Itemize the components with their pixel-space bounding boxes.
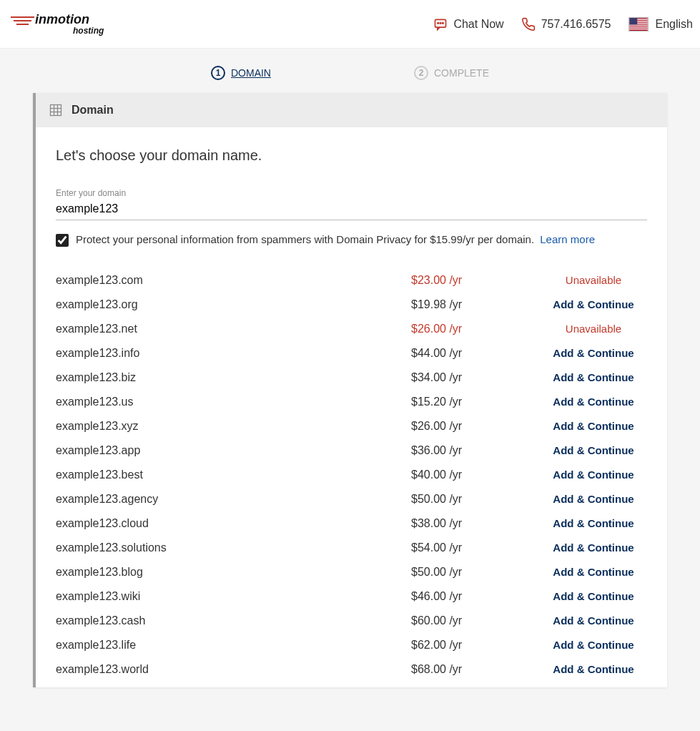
result-domain-name: example123.life (56, 639, 411, 652)
add-continue-button[interactable]: Add & Continue (540, 663, 647, 675)
add-continue-button[interactable]: Add & Continue (540, 444, 647, 456)
svg-point-5 (443, 22, 444, 24)
result-row: example123.org$19.98 /yrAdd & Continue (56, 293, 647, 317)
add-continue-button[interactable]: Add & Continue (540, 517, 647, 529)
privacy-row: Protect your personal information from s… (56, 233, 647, 247)
us-flag-icon (628, 17, 649, 31)
site-header: inmotion hosting Chat Now 757.416.6575 (0, 0, 700, 49)
result-row: example123.blog$50.00 /yrAdd & Continue (56, 560, 647, 584)
result-price: $23.00 /yr (411, 274, 540, 287)
add-continue-button[interactable]: Add & Continue (540, 347, 647, 359)
domain-input-group: Enter your domain (56, 188, 647, 220)
svg-rect-10 (629, 24, 647, 25)
prompt-text: Let's choose your domain name. (56, 147, 647, 164)
privacy-checkbox[interactable] (56, 234, 69, 247)
result-price: $44.00 /yr (411, 347, 540, 360)
result-price: $40.00 /yr (411, 468, 540, 481)
result-domain-name: example123.com (56, 274, 411, 287)
unavailable-status: Unavailable (566, 274, 621, 286)
result-price: $62.00 /yr (411, 639, 540, 652)
result-domain-name: example123.net (56, 323, 411, 335)
add-continue-button[interactable]: Add & Continue (540, 298, 647, 310)
chat-icon (433, 17, 448, 31)
result-price: $50.00 /yr (411, 566, 540, 579)
result-domain-name: example123.cloud (56, 517, 411, 530)
svg-rect-11 (629, 26, 647, 27)
result-row: example123.best$40.00 /yrAdd & Continue (56, 463, 647, 487)
add-continue-button[interactable]: Add & Continue (540, 371, 647, 383)
result-row: example123.cash$60.00 /yrAdd & Continue (56, 609, 647, 633)
svg-text:inmotion: inmotion (35, 12, 89, 26)
svg-rect-14 (51, 105, 61, 116)
add-continue-button[interactable]: Add & Continue (540, 396, 647, 408)
result-domain-name: example123.cash (56, 614, 411, 627)
building-icon (49, 103, 63, 117)
step-label: DOMAIN (231, 67, 271, 79)
language-selector[interactable]: English (628, 17, 693, 31)
result-domain-name: example123.best (56, 468, 411, 481)
add-continue-button[interactable]: Add & Continue (540, 639, 647, 651)
step-number: 1 (211, 66, 225, 80)
header-actions: Chat Now 757.416.6575 English (433, 17, 693, 31)
result-domain-name: example123.blog (56, 566, 411, 579)
result-row: example123.life$62.00 /yrAdd & Continue (56, 633, 647, 657)
svg-point-4 (440, 22, 442, 24)
svg-text:hosting: hosting (73, 26, 104, 36)
step-complete: 2 COMPLETE (414, 66, 489, 80)
result-price: $46.00 /yr (411, 590, 540, 603)
add-continue-button[interactable]: Add & Continue (540, 541, 647, 554)
result-price: $36.00 /yr (411, 444, 540, 457)
inmotion-logo-icon: inmotion hosting (10, 11, 117, 37)
phone-link[interactable]: 757.416.6575 (521, 17, 611, 31)
panel-body: Let's choose your domain name. Enter you… (36, 127, 667, 687)
result-row: example123.xyz$26.00 /yrAdd & Continue (56, 414, 647, 438)
step-domain[interactable]: 1 DOMAIN (211, 66, 271, 80)
result-row: example123.info$44.00 /yrAdd & Continue (56, 341, 647, 366)
domain-input[interactable] (56, 200, 647, 220)
add-continue-button[interactable]: Add & Continue (540, 614, 647, 627)
result-price: $68.00 /yr (411, 663, 540, 676)
result-domain-name: example123.solutions (56, 541, 411, 554)
result-domain-name: example123.wiki (56, 590, 411, 603)
brand-logo[interactable]: inmotion hosting (10, 11, 117, 37)
chat-label: Chat Now (453, 18, 503, 31)
svg-rect-12 (629, 28, 647, 29)
checkout-stepper: 1 DOMAIN 2 COMPLETE (0, 49, 700, 93)
add-continue-button[interactable]: Add & Continue (540, 590, 647, 602)
result-price: $54.00 /yr (411, 541, 540, 554)
domain-panel: Domain Let's choose your domain name. En… (33, 93, 667, 687)
svg-rect-13 (629, 18, 637, 24)
result-price: $26.00 /yr (411, 323, 540, 335)
svg-point-3 (438, 22, 439, 24)
add-continue-button[interactable]: Add & Continue (540, 468, 647, 481)
result-row: example123.world$68.00 /yrAdd & Continue (56, 657, 647, 682)
result-row: example123.wiki$46.00 /yrAdd & Continue (56, 584, 647, 609)
step-label: COMPLETE (434, 67, 489, 79)
result-row: example123.us$15.20 /yrAdd & Continue (56, 390, 647, 414)
result-price: $50.00 /yr (411, 493, 540, 506)
result-domain-name: example123.info (56, 347, 411, 360)
add-continue-button[interactable]: Add & Continue (540, 420, 647, 432)
learn-more-link[interactable]: Learn more (540, 233, 595, 245)
add-continue-button[interactable]: Add & Continue (540, 566, 647, 578)
result-row: example123.agency$50.00 /yrAdd & Continu… (56, 487, 647, 511)
result-price: $38.00 /yr (411, 517, 540, 530)
result-row: example123.cloud$38.00 /yrAdd & Continue (56, 511, 647, 536)
result-row: example123.app$36.00 /yrAdd & Continue (56, 438, 647, 463)
chat-now-link[interactable]: Chat Now (433, 17, 503, 31)
privacy-text-wrap: Protect your personal information from s… (76, 233, 595, 245)
result-row: example123.solutions$54.00 /yrAdd & Cont… (56, 536, 647, 560)
result-domain-name: example123.world (56, 663, 411, 676)
step-number: 2 (414, 66, 428, 80)
result-row: example123.net$26.00 /yrUnavailable (56, 317, 647, 341)
result-domain-name: example123.org (56, 298, 411, 311)
result-price: $15.20 /yr (411, 396, 540, 408)
add-continue-button[interactable]: Add & Continue (540, 493, 647, 505)
result-domain-name: example123.biz (56, 371, 411, 384)
result-price: $34.00 /yr (411, 371, 540, 384)
panel-title: Domain (72, 104, 114, 117)
panel-header: Domain (36, 93, 667, 127)
domain-results: example123.com$23.00 /yrUnavailableexamp… (56, 268, 647, 682)
phone-icon (521, 17, 536, 31)
result-price: $19.98 /yr (411, 298, 540, 311)
